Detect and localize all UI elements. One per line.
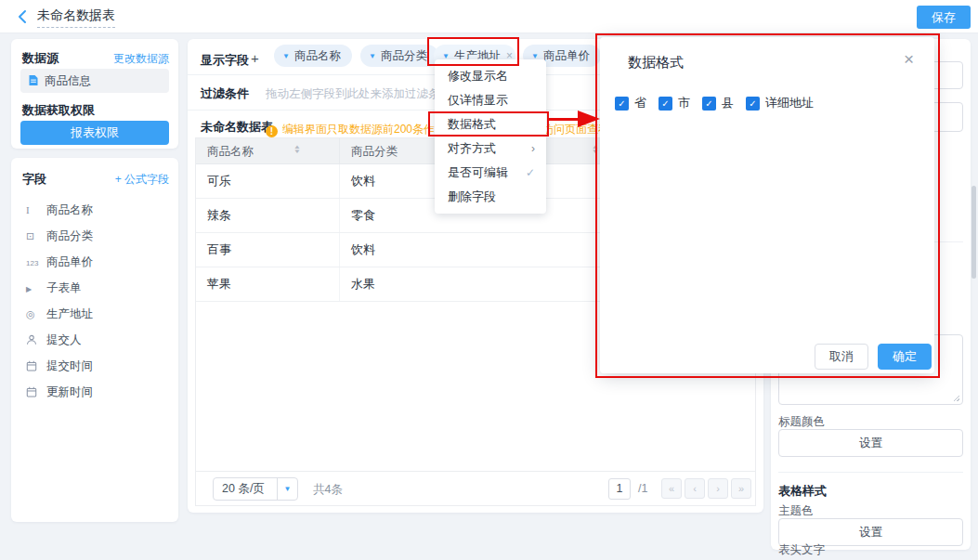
menu-item-detail-only[interactable]: 仅详情显示 [435,88,546,112]
cell: 苹果 [196,267,340,301]
field-item-product-category[interactable]: ⊡商品分类 [11,223,178,249]
menu-item-data-format[interactable]: 数据格式 [435,112,546,137]
menu-item-rename[interactable]: 修改显示名 [435,64,546,88]
field-label: 商品分类 [46,229,93,242]
fields-card: 字段 + 公式字段 I商品名称 ⊡商品分类 123商品单价 ▶子表单 ◎生产地址… [11,158,178,522]
menu-item-label: 删除字段 [448,189,496,203]
close-icon[interactable]: × [904,50,914,68]
sort-icon[interactable]: ▲▼ [593,145,598,154]
checkbox-city[interactable]: ✓市 [659,95,690,111]
column-label: 商品名称 [207,145,254,158]
page-size-value: 20 条/页 [222,482,265,495]
cell: 水果 [340,267,643,301]
report-permission-button[interactable]: 报表权限 [20,121,169,145]
warning-message: !编辑界面只取数据源前200条作为查 [266,120,457,137]
resize-handle-icon[interactable] [953,395,959,401]
filter-dropzone[interactable]: 拖动左侧字段到此处来添加过滤条件 [266,86,451,102]
field-item-product-name[interactable]: I商品名称 [11,197,178,223]
checkbox-label: 县 [722,95,734,111]
menu-item-delete-field[interactable]: 删除字段 [435,185,546,209]
checkbox-checked-icon[interactable]: ✓ [615,97,629,111]
checkbox-checked-icon[interactable]: ✓ [702,97,716,111]
chip-product-category[interactable]: ▼商品分类 [360,45,438,67]
field-item-subform[interactable]: ▶子表单 [11,275,178,301]
field-label: 更新时间 [46,385,93,398]
field-context-menu: 修改显示名 仅详情显示 数据格式 对齐方式› 是否可编辑✓ 删除字段 [435,59,546,214]
text-field-icon: I [26,197,46,223]
field-item-update-time[interactable]: 更新时间 [11,379,178,405]
title-color-set-button[interactable]: 设置 [778,429,963,457]
prev-page-button[interactable]: ‹ [685,478,705,499]
total-count: 共4条 [313,482,343,498]
field-item-production-address[interactable]: ◎生产地址 [11,301,178,327]
annotation-arrow-head [578,111,600,127]
checkbox-province[interactable]: ✓省 [615,95,646,111]
menu-item-label: 仅详情显示 [448,93,508,107]
vertical-scrollbar[interactable] [971,186,976,279]
checkbox-checked-icon[interactable]: ✓ [659,97,672,111]
menu-item-alignment[interactable]: 对齐方式› [435,137,546,161]
page-count: /1 [638,482,647,495]
table-title: 未命名数据表 [201,119,273,136]
caret-down-icon[interactable]: ▼ [369,52,376,60]
field-label: 提交人 [46,333,82,346]
cancel-button[interactable]: 取消 [815,344,868,370]
menu-item-label: 修改显示名 [448,69,508,83]
field-item-submitter[interactable]: 提交人 [11,327,178,353]
field-item-submit-time[interactable]: 提交时间 [11,353,178,379]
caret-down-icon[interactable]: ▼ [277,478,297,500]
page-number-input[interactable]: 1 [608,478,631,500]
cell: 可乐 [196,164,340,198]
datasource-item[interactable]: 商品信息 [20,69,169,93]
field-label: 商品单价 [46,255,93,268]
back-icon[interactable] [15,8,32,25]
caret-down-icon[interactable]: ▼ [282,52,290,60]
column-header-product-name[interactable]: 商品名称▲▼ [196,138,340,163]
chip-product-name[interactable]: ▼商品名称 [274,45,352,67]
checkbox-detail-address[interactable]: ✓详细地址 [746,95,814,111]
checkbox-checked-icon[interactable]: ✓ [746,97,760,111]
divider [778,472,963,473]
menu-item-label: 对齐方式 [448,141,496,155]
change-datasource-link[interactable]: 更改数据源 [113,51,169,67]
sort-icon[interactable]: ▲▼ [294,145,300,154]
number-field-icon: 123 [26,251,46,277]
data-permission-title: 数据获取权限 [22,102,95,119]
next-page-button[interactable]: › [708,478,728,499]
address-field-icon: ◎ [26,301,46,327]
save-button[interactable]: 保存 [917,6,971,29]
modal-title: 数据格式 [628,54,684,72]
theme-color-label: 主题色 [778,503,814,519]
cell: 辣条 [196,199,340,232]
menu-item-editable[interactable]: 是否可编辑✓ [435,161,546,185]
datasource-card: 数据源 更改数据源 商品信息 数据获取权限 报表权限 [11,39,178,149]
warning-text-left: 编辑界面只取数据源前200条作为查 [282,123,457,136]
first-page-button[interactable]: « [661,478,682,499]
title-color-label: 标题颜色 [778,414,825,430]
page-title[interactable]: 未命名数据表 [37,7,115,28]
user-field-icon [26,327,46,353]
top-bar: 未命名数据表 保存 [0,0,978,33]
select-field-icon: ⊡ [26,223,46,249]
checkbox-label: 详细地址 [765,95,814,111]
ok-button[interactable]: 确定 [878,344,932,370]
calendar-field-icon [26,379,46,405]
document-icon [28,74,39,86]
display-fields-label: 显示字段 [201,52,249,69]
page-size-select[interactable]: 20 条/页▼ [213,477,298,501]
checkbox-county[interactable]: ✓县 [702,95,734,111]
add-display-field-icon[interactable]: + [251,50,259,66]
cell: 饮料 [340,233,643,267]
filter-label: 过滤条件 [201,85,249,102]
fields-title: 字段 [22,171,46,188]
last-page-button[interactable]: » [731,478,751,499]
calendar-field-icon [26,353,46,379]
field-list: I商品名称 ⊡商品分类 123商品单价 ▶子表单 ◎生产地址 提交人 提交时间 … [11,197,178,405]
field-item-product-price[interactable]: 123商品单价 [11,249,178,275]
datasource-title: 数据源 [22,50,59,67]
menu-item-label: 是否可编辑 [448,165,508,179]
menu-item-label: 数据格式 [448,117,496,131]
header-text-label: 表头文字 [778,542,825,558]
add-formula-field-link[interactable]: + 公式字段 [115,172,169,188]
chip-label: 商品单价 [543,49,590,62]
